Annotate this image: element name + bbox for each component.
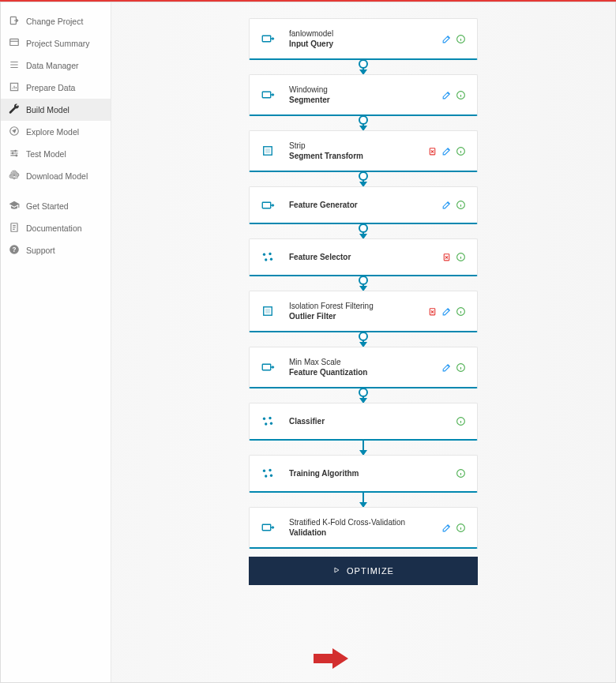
connector-arrow-icon [362, 441, 364, 455]
edit-icon[interactable] [441, 306, 452, 317]
card-actions [455, 416, 466, 427]
card-text: Training Algorithm [289, 468, 455, 478]
input-icon [261, 360, 275, 374]
svg-point-38 [269, 468, 271, 471]
info-icon[interactable] [455, 362, 466, 373]
svg-rect-30 [262, 364, 271, 370]
pipeline-card[interactable]: Min Max ScaleFeature Quantization [249, 347, 478, 388]
connector-arrow-icon [362, 224, 364, 238]
delete-icon[interactable] [426, 145, 438, 156]
pipeline-card[interactable]: Feature Selector [249, 238, 478, 276]
pipeline-card[interactable]: Feature Generator [249, 186, 478, 224]
delete-icon[interactable] [426, 306, 438, 317]
sidebar-group-project: Change Project Project Summary Data Mana… [1, 10, 111, 187]
edit-icon[interactable] [441, 33, 452, 44]
compass-icon [9, 126, 20, 138]
info-icon[interactable] [455, 522, 466, 533]
svg-point-34 [265, 422, 267, 425]
card-title: fanlowmodel [289, 28, 441, 39]
card-actions [441, 33, 466, 44]
card-text: Isolation Forest FilteringOutlier Filter [289, 301, 426, 321]
info-icon[interactable] [455, 252, 466, 263]
pipeline-card[interactable]: Training Algorithm [249, 455, 478, 493]
info-icon[interactable] [455, 200, 466, 211]
card-actions [441, 252, 466, 263]
sidebar-item-documentation[interactable]: Documentation [1, 217, 111, 239]
card-text: Feature Selector [289, 252, 441, 262]
connector-arrow-icon [362, 493, 364, 507]
card-title: Stratified K-Fold Cross-Validation [289, 517, 441, 527]
svg-point-5 [12, 152, 13, 154]
info-icon[interactable] [455, 89, 466, 100]
optimize-button[interactable]: OPTIMIZE [249, 557, 478, 585]
attention-arrow-icon [314, 647, 348, 670]
sidebar-item-label: Test Model [26, 149, 66, 159]
edit-icon[interactable] [441, 200, 452, 211]
info-icon[interactable] [455, 468, 466, 479]
sidebar-item-label: Prepare Data [26, 83, 75, 92]
edit-icon[interactable] [441, 522, 452, 533]
card-title: Classifier [289, 416, 455, 426]
card-title: Windowing [289, 84, 441, 95]
sidebar-item-get-started[interactable]: Get Started [1, 195, 111, 217]
card-text: WindowingSegmenter [289, 84, 441, 105]
card-subtitle: Validation [289, 527, 441, 538]
pipeline-card[interactable]: fanlowmodelInput Query [249, 18, 478, 60]
pipeline-card[interactable]: Classifier [249, 403, 478, 441]
square-icon [261, 144, 275, 158]
connector-arrow-icon [362, 172, 364, 186]
document-icon [9, 222, 20, 235]
card-title: Feature Generator [289, 200, 441, 210]
card-subtitle: Outlier Filter [289, 311, 426, 321]
svg-point-32 [263, 417, 265, 419]
info-icon[interactable] [455, 33, 466, 44]
sidebar-item-download-model[interactable]: Download Model [1, 165, 111, 187]
pipeline-card[interactable]: StripSegment Transform [249, 130, 478, 172]
sidebar: Change Project Project Summary Data Mana… [1, 2, 111, 682]
card-actions [426, 145, 466, 156]
info-icon[interactable] [455, 416, 466, 427]
card-title: Isolation Forest Filtering [289, 301, 426, 311]
square-icon [261, 304, 275, 318]
card-actions [441, 200, 466, 211]
card-title: Strip [289, 141, 426, 151]
svg-rect-27 [266, 310, 270, 313]
input-icon [261, 32, 275, 46]
sidebar-item-label: Explore Model [26, 127, 79, 137]
sidebar-item-support[interactable]: ? Support [1, 239, 111, 261]
card-actions [426, 306, 466, 317]
delete-icon[interactable] [441, 252, 452, 263]
connector-arrow-icon [362, 60, 364, 74]
edit-icon[interactable] [441, 89, 452, 100]
pipeline-card[interactable]: Isolation Forest FilteringOutlier Filter [249, 291, 478, 332]
info-icon[interactable] [455, 306, 466, 317]
edit-icon[interactable] [441, 145, 452, 156]
tune-icon [9, 148, 20, 160]
connector-arrow-icon [362, 276, 364, 291]
sidebar-item-prepare-data[interactable]: Prepare Data [1, 77, 111, 99]
pipeline-card[interactable]: Stratified K-Fold Cross-ValidationValida… [249, 507, 478, 549]
card-text: fanlowmodelInput Query [289, 28, 441, 49]
card-text: Min Max ScaleFeature Quantization [289, 357, 441, 377]
list-icon [9, 59, 20, 72]
card-text: Feature Generator [289, 200, 441, 210]
card-text: Stratified K-Fold Cross-ValidationValida… [289, 517, 441, 538]
exit-icon [9, 15, 20, 28]
sidebar-item-change-project[interactable]: Change Project [1, 10, 111, 32]
info-icon[interactable] [455, 145, 466, 156]
sidebar-item-test-model[interactable]: Test Model [1, 143, 111, 165]
card-actions [441, 89, 466, 100]
card-text: Classifier [289, 416, 455, 426]
sidebar-item-build-model[interactable]: Build Model [1, 99, 111, 121]
svg-point-37 [263, 469, 265, 471]
svg-point-23 [270, 257, 272, 260]
card-actions [455, 468, 466, 479]
sidebar-item-explore-model[interactable]: Explore Model [1, 121, 111, 143]
sidebar-item-data-manager[interactable]: Data Manager [1, 54, 111, 77]
pipeline-card[interactable]: WindowingSegmenter [249, 74, 478, 116]
edit-icon[interactable] [441, 362, 452, 373]
sidebar-item-label: Download Model [26, 171, 88, 181]
sidebar-item-project-summary[interactable]: Project Summary [1, 32, 111, 54]
card-actions [441, 362, 466, 373]
sidebar-item-label: Get Started [26, 201, 69, 211]
